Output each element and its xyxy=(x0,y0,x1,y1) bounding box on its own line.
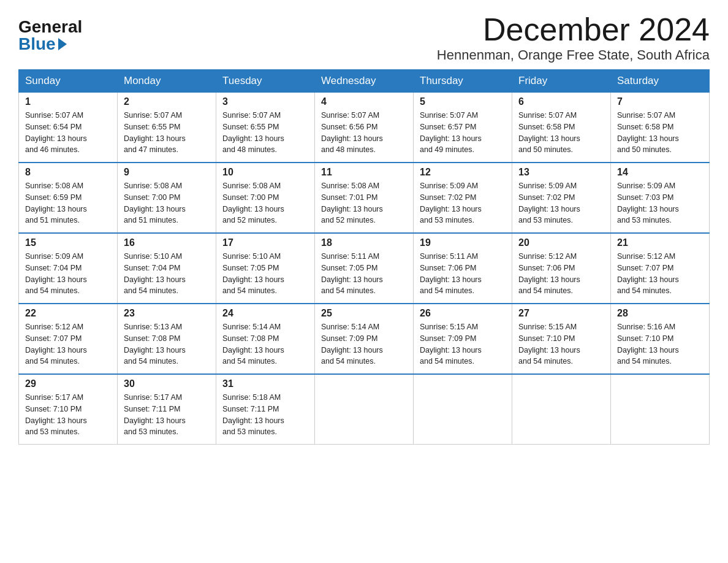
sunrise-label: Sunrise: 5:12 AM xyxy=(617,252,675,261)
sunrise-label: Sunrise: 5:17 AM xyxy=(124,393,182,402)
daylight-minutes: and 53 minutes. xyxy=(518,216,573,224)
col-saturday: Saturday xyxy=(611,70,710,93)
daylight-minutes: and 54 minutes. xyxy=(25,357,80,366)
sunset-label: Sunset: 7:09 PM xyxy=(321,334,377,343)
col-wednesday: Wednesday xyxy=(315,70,414,93)
day-number: 30 xyxy=(124,378,210,389)
table-row: 15 Sunrise: 5:09 AM Sunset: 7:04 PM Dayl… xyxy=(19,233,118,304)
col-monday: Monday xyxy=(118,70,216,93)
table-row: 10 Sunrise: 5:08 AM Sunset: 7:00 PM Dayl… xyxy=(216,163,315,233)
daylight-minutes: and 48 minutes. xyxy=(321,145,376,154)
daylight-label: Daylight: 13 hours xyxy=(25,134,87,143)
sunrise-label: Sunrise: 5:07 AM xyxy=(25,111,83,120)
daylight-minutes: and 54 minutes. xyxy=(420,357,474,366)
daylight-minutes: and 54 minutes. xyxy=(617,286,672,295)
daylight-minutes: and 51 minutes. xyxy=(124,216,178,224)
daylight-label: Daylight: 13 hours xyxy=(124,205,186,213)
daylight-minutes: and 50 minutes. xyxy=(518,145,573,154)
table-row: 2 Sunrise: 5:07 AM Sunset: 6:55 PM Dayli… xyxy=(118,93,216,163)
daylight-label: Daylight: 13 hours xyxy=(222,416,284,425)
sunrise-label: Sunrise: 5:11 AM xyxy=(321,252,379,261)
day-number: 11 xyxy=(321,167,407,178)
table-row: 26 Sunrise: 5:15 AM Sunset: 7:09 PM Dayl… xyxy=(414,304,512,374)
daylight-minutes: and 54 minutes. xyxy=(518,286,573,295)
table-row: 4 Sunrise: 5:07 AM Sunset: 6:56 PM Dayli… xyxy=(315,93,414,163)
sunrise-label: Sunrise: 5:09 AM xyxy=(420,182,478,190)
day-number: 15 xyxy=(25,237,111,248)
sunrise-label: Sunrise: 5:07 AM xyxy=(124,111,182,120)
sunset-label: Sunset: 7:07 PM xyxy=(25,334,82,343)
sunrise-label: Sunrise: 5:10 AM xyxy=(222,252,281,261)
day-number: 16 xyxy=(124,237,210,248)
daylight-minutes: and 54 minutes. xyxy=(222,286,277,295)
daylight-minutes: and 53 minutes. xyxy=(617,216,672,224)
table-row: 1 Sunrise: 5:07 AM Sunset: 6:54 PM Dayli… xyxy=(19,93,118,163)
sunset-label: Sunset: 7:08 PM xyxy=(124,334,180,343)
table-row: 8 Sunrise: 5:08 AM Sunset: 6:59 PM Dayli… xyxy=(19,163,118,233)
day-number: 13 xyxy=(518,167,604,178)
day-number: 22 xyxy=(25,308,111,319)
daylight-minutes: and 52 minutes. xyxy=(222,216,277,224)
daylight-minutes: and 46 minutes. xyxy=(25,145,80,154)
daylight-minutes: and 48 minutes. xyxy=(222,145,277,154)
day-info: Sunrise: 5:08 AM Sunset: 7:01 PM Dayligh… xyxy=(321,180,407,226)
sunrise-label: Sunrise: 5:08 AM xyxy=(124,182,182,190)
daylight-minutes: and 54 minutes. xyxy=(124,357,178,366)
sunset-label: Sunset: 6:55 PM xyxy=(222,123,279,131)
daylight-label: Daylight: 13 hours xyxy=(420,205,482,213)
daylight-label: Daylight: 13 hours xyxy=(518,205,580,213)
daylight-minutes: and 54 minutes. xyxy=(617,357,672,366)
daylight-minutes: and 53 minutes. xyxy=(124,427,178,436)
daylight-label: Daylight: 13 hours xyxy=(617,205,679,213)
sunset-label: Sunset: 6:56 PM xyxy=(321,123,377,131)
sunrise-label: Sunrise: 5:14 AM xyxy=(222,323,281,331)
day-info: Sunrise: 5:07 AM Sunset: 6:58 PM Dayligh… xyxy=(518,110,604,156)
day-info: Sunrise: 5:17 AM Sunset: 7:10 PM Dayligh… xyxy=(25,392,111,438)
daylight-label: Daylight: 13 hours xyxy=(124,134,186,143)
day-number: 12 xyxy=(420,167,506,178)
day-info: Sunrise: 5:13 AM Sunset: 7:08 PM Dayligh… xyxy=(124,321,210,367)
daylight-minutes: and 54 minutes. xyxy=(321,357,376,366)
sunrise-label: Sunrise: 5:16 AM xyxy=(617,323,675,331)
table-row: 30 Sunrise: 5:17 AM Sunset: 7:11 PM Dayl… xyxy=(118,374,216,445)
calendar-header-row: Sunday Monday Tuesday Wednesday Thursday… xyxy=(19,70,710,93)
day-number: 24 xyxy=(222,308,308,319)
sunrise-label: Sunrise: 5:15 AM xyxy=(420,323,478,331)
daylight-minutes: and 54 minutes. xyxy=(25,286,80,295)
sunrise-label: Sunrise: 5:12 AM xyxy=(518,252,577,261)
day-info: Sunrise: 5:07 AM Sunset: 6:55 PM Dayligh… xyxy=(222,110,308,156)
title-block: December 2024 Hennenman, Orange Free Sta… xyxy=(437,12,710,63)
calendar-week-row: 8 Sunrise: 5:08 AM Sunset: 6:59 PM Dayli… xyxy=(19,163,710,233)
day-number: 27 xyxy=(518,308,604,319)
table-row: 21 Sunrise: 5:12 AM Sunset: 7:07 PM Dayl… xyxy=(611,233,710,304)
daylight-label: Daylight: 13 hours xyxy=(321,134,383,143)
day-info: Sunrise: 5:07 AM Sunset: 6:55 PM Dayligh… xyxy=(124,110,210,156)
table-row: 31 Sunrise: 5:18 AM Sunset: 7:11 PM Dayl… xyxy=(216,374,315,445)
daylight-label: Daylight: 13 hours xyxy=(420,134,482,143)
daylight-minutes: and 54 minutes. xyxy=(420,286,474,295)
table-row xyxy=(611,374,710,445)
sunrise-label: Sunrise: 5:07 AM xyxy=(518,111,577,120)
sunset-label: Sunset: 7:06 PM xyxy=(420,264,476,272)
day-info: Sunrise: 5:09 AM Sunset: 7:04 PM Dayligh… xyxy=(25,251,111,297)
table-row: 23 Sunrise: 5:13 AM Sunset: 7:08 PM Dayl… xyxy=(118,304,216,374)
daylight-label: Daylight: 13 hours xyxy=(617,134,679,143)
table-row: 27 Sunrise: 5:15 AM Sunset: 7:10 PM Dayl… xyxy=(512,304,611,374)
day-number: 3 xyxy=(222,96,308,107)
daylight-label: Daylight: 13 hours xyxy=(321,275,383,284)
logo-general-text: General xyxy=(18,18,82,36)
day-info: Sunrise: 5:11 AM Sunset: 7:05 PM Dayligh… xyxy=(321,251,407,297)
day-number: 9 xyxy=(124,167,210,178)
sunrise-label: Sunrise: 5:17 AM xyxy=(25,393,83,402)
daylight-label: Daylight: 13 hours xyxy=(617,275,679,284)
sunrise-label: Sunrise: 5:13 AM xyxy=(124,323,182,331)
col-thursday: Thursday xyxy=(414,70,512,93)
daylight-label: Daylight: 13 hours xyxy=(617,346,679,354)
sunrise-label: Sunrise: 5:09 AM xyxy=(617,182,675,190)
day-info: Sunrise: 5:07 AM Sunset: 6:58 PM Dayligh… xyxy=(617,110,703,156)
daylight-label: Daylight: 13 hours xyxy=(124,275,186,284)
daylight-minutes: and 54 minutes. xyxy=(321,286,376,295)
day-number: 4 xyxy=(321,96,407,107)
table-row: 22 Sunrise: 5:12 AM Sunset: 7:07 PM Dayl… xyxy=(19,304,118,374)
table-row: 6 Sunrise: 5:07 AM Sunset: 6:58 PM Dayli… xyxy=(512,93,611,163)
